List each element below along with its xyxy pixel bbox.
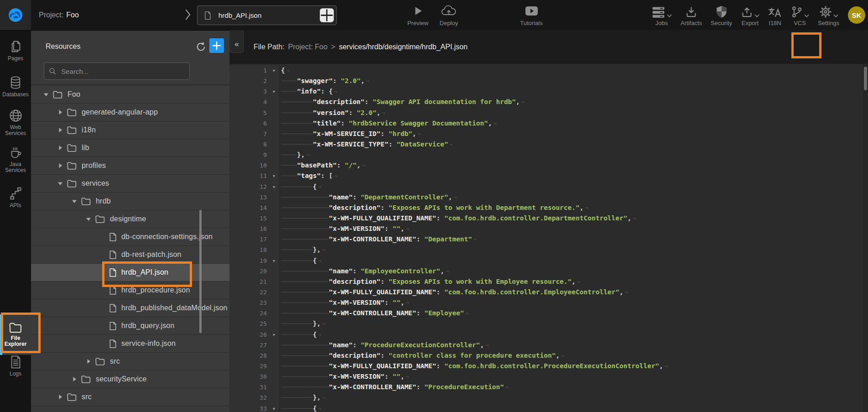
fold-arrow-icon[interactable]: ▾ (273, 329, 275, 340)
line-number-gutter[interactable]: 16 (229, 224, 278, 234)
line-number-gutter[interactable]: 12▾ (229, 182, 278, 192)
fold-arrow-icon[interactable]: ▾ (273, 403, 275, 412)
export-menu[interactable]: Export (741, 4, 759, 26)
code-line[interactable]: 23────────────"x-WM-VERSION": "",¬ (229, 297, 868, 308)
code-line[interactable]: 30────────────"x-WM-VERSION": "",¬ (229, 371, 868, 382)
code-line[interactable]: 5────────"version": "2.0",¬ (229, 108, 868, 118)
line-number-gutter[interactable]: 13 (229, 192, 278, 203)
editor-scrollbar[interactable] (863, 64, 868, 412)
line-number-gutter[interactable]: 33▾ (229, 403, 278, 412)
line-number-gutter[interactable]: 17 (229, 234, 278, 245)
line-number-gutter[interactable]: 20 (229, 266, 278, 276)
line-number-gutter[interactable]: 21 (229, 276, 278, 287)
code-line[interactable]: 12▾────────{¬ (229, 182, 868, 192)
code-line[interactable]: 9────},¬ (229, 150, 868, 160)
code-line[interactable]: 17────────────"x-WM-CONTROLLER_NAME": "D… (229, 234, 868, 245)
code-line[interactable]: 10────"basePath": "/",¬ (229, 160, 868, 171)
tree-item-profiles[interactable]: profiles (31, 157, 229, 175)
vcs-menu[interactable]: VCS (790, 4, 809, 26)
code-line[interactable]: 1▾{¬ (229, 65, 868, 76)
settings-menu[interactable]: Settings (818, 4, 839, 26)
line-number-gutter[interactable]: 10 (229, 160, 278, 171)
line-number-gutter[interactable]: 6 (229, 118, 278, 129)
sidebar-item-pages[interactable]: Pages (0, 40, 31, 62)
deploy-button[interactable]: Deploy (434, 5, 463, 26)
tree-item-lib[interactable]: lib (31, 139, 229, 157)
line-number-gutter[interactable]: 19▾ (229, 256, 278, 266)
security-menu[interactable]: Security (711, 4, 732, 26)
code-line[interactable]: 22────────────"x-WM-FULLY_QUALIFIED_NAME… (229, 287, 868, 297)
tree-item-generated-angular-app[interactable]: generated-angular-app (31, 104, 229, 121)
sidebar-item-file-explorer[interactable]: File Explorer (0, 314, 31, 355)
line-number-gutter[interactable]: 3▾ (229, 86, 278, 97)
code-line[interactable]: 29────────────"x-WM-FULLY_QUALIFIED_NAME… (229, 361, 868, 371)
fold-arrow-icon[interactable]: ▾ (273, 65, 275, 76)
line-number-gutter[interactable]: 7 (229, 129, 278, 139)
line-number-gutter[interactable]: 15 (229, 213, 278, 224)
tree-item-services[interactable]: services (31, 175, 229, 193)
code-line[interactable]: 24────────────"x-WM-CONTROLLER_NAME": "E… (229, 308, 868, 318)
code-line[interactable]: 13────────────"name": "DepartmentControl… (229, 192, 868, 203)
resource-search[interactable] (44, 63, 190, 80)
fold-arrow-icon[interactable]: ▾ (273, 256, 275, 266)
tree-scrollbar[interactable] (199, 210, 202, 333)
code-line[interactable]: 3▾────"info": {¬ (229, 86, 868, 97)
refresh-icon[interactable] (195, 41, 207, 52)
line-number-gutter[interactable]: 31 (229, 382, 278, 392)
line-number-gutter[interactable]: 29 (229, 361, 278, 371)
tree-item-src[interactable]: src (31, 388, 229, 406)
fold-arrow-icon[interactable]: ▾ (273, 182, 275, 192)
sidebar-item-apis[interactable]: APIs (0, 187, 31, 209)
artifacts-menu[interactable]: Artifacts (681, 4, 702, 26)
line-number-gutter[interactable]: 25 (229, 318, 278, 329)
fold-arrow-icon[interactable]: ▾ (273, 86, 275, 97)
line-number-gutter[interactable]: 24 (229, 308, 278, 318)
line-number-gutter[interactable]: 5 (229, 108, 278, 118)
tutorials-button[interactable]: Tutorials (516, 5, 546, 26)
code-line[interactable]: 7────────"x-WM-SERVICE_ID": "hrdb",¬ (229, 129, 868, 139)
preview-button[interactable]: Preview (403, 5, 432, 26)
code-line[interactable]: 32────────},¬ (229, 392, 868, 403)
code-line[interactable]: 31────────────"x-WM-CONTROLLER_NAME": "P… (229, 382, 868, 392)
code-line[interactable]: 15────────────"x-WM-FULLY_QUALIFIED_NAME… (229, 213, 868, 224)
tree-item-hrdb[interactable]: hrdb (31, 193, 229, 210)
line-number-gutter[interactable]: 9 (229, 150, 278, 160)
line-number-gutter[interactable]: 23 (229, 297, 278, 308)
line-number-gutter[interactable]: 30 (229, 371, 278, 382)
line-number-gutter[interactable]: 2 (229, 76, 278, 86)
app-logo[interactable] (0, 0, 31, 30)
sidebar-item-web-services[interactable]: Web Services (0, 109, 31, 136)
code-line[interactable]: 14────────────"description": "Exposes AP… (229, 203, 868, 213)
code-line[interactable]: 18────────},¬ (229, 245, 868, 255)
code-line[interactable]: 11▾────"tags": [¬ (229, 171, 868, 181)
sidebar-item-databases[interactable]: Databases (0, 76, 31, 98)
code-line[interactable]: 27────────────"name": "ProcedureExecutio… (229, 340, 868, 350)
tree-item-src[interactable]: src (31, 353, 229, 370)
sidebar-item-logs[interactable]: Logs (0, 355, 31, 377)
open-file-tab[interactable]: hrdb_API.json (197, 5, 337, 25)
i18n-menu[interactable]: I18N (768, 4, 782, 26)
code-line[interactable]: 33▾────────{¬ (229, 403, 868, 412)
line-number-gutter[interactable]: 1▾ (229, 65, 278, 76)
tree-item-service-info-json[interactable]: service-info.json (31, 335, 229, 353)
line-number-gutter[interactable]: 32 (229, 392, 278, 403)
add-resource-button[interactable] (209, 38, 224, 53)
dashboard-grid-icon[interactable] (319, 8, 334, 23)
line-number-gutter[interactable]: 18 (229, 245, 278, 255)
editor-scrollbar-thumb[interactable] (864, 67, 867, 90)
code-line[interactable]: 4────────"description": "Swagger API doc… (229, 97, 868, 107)
sidebar-item-java-services[interactable]: Java Services (0, 146, 31, 173)
code-line[interactable]: 16────────────"x-WM-VERSION": "",¬ (229, 224, 868, 234)
search-input[interactable] (60, 67, 185, 76)
chevron-right-icon[interactable] (184, 8, 192, 21)
code-editor[interactable]: 1▾{¬2────"swagger": "2.0",¬3▾────"info":… (229, 64, 868, 412)
tree-item-i18n[interactable]: i18n (31, 121, 229, 139)
code-line[interactable]: 26▾────────{¬ (229, 329, 868, 340)
user-avatar[interactable]: SK (848, 6, 865, 24)
line-number-gutter[interactable]: 27 (229, 340, 278, 350)
jobs-menu[interactable]: Jobs (651, 4, 672, 26)
line-number-gutter[interactable]: 11▾ (229, 171, 278, 181)
line-number-gutter[interactable]: 8 (229, 139, 278, 150)
code-line[interactable]: 20────────────"name": "EmployeeControlle… (229, 266, 868, 276)
line-number-gutter[interactable]: 22 (229, 287, 278, 297)
